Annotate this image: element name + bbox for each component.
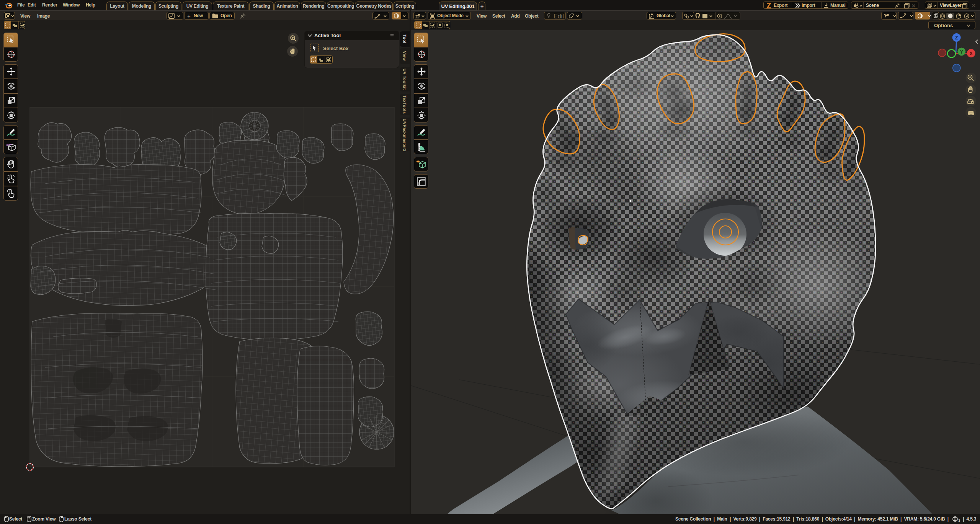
svg-text:Z: Z [955, 35, 958, 41]
svg-text:X: X [970, 51, 973, 56]
svg-text:Y: Y [960, 49, 963, 55]
